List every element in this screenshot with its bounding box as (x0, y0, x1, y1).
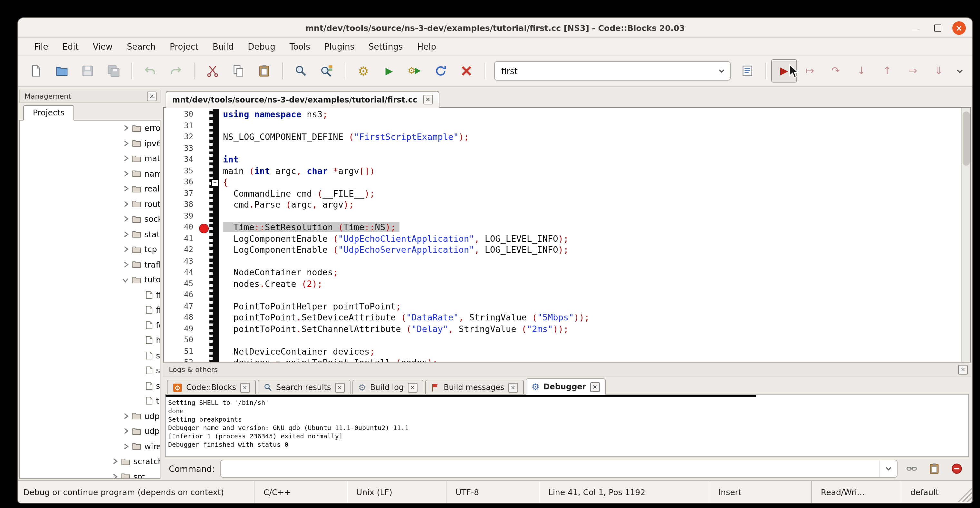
chevron-right-icon[interactable] (122, 200, 129, 208)
tree-item-ipv6[interactable]: ipv6 (20, 136, 160, 151)
tree-item-src[interactable]: src (20, 469, 160, 479)
link-icon[interactable] (903, 460, 920, 477)
tree-item-scratch[interactable]: scratch (20, 454, 160, 469)
open-files-list-button[interactable] (735, 59, 760, 83)
fold-margin[interactable] (209, 267, 219, 278)
code-text[interactable]: main (int argc, char *argv[]) (219, 166, 375, 177)
code-text[interactable]: nodes.Create (2); (219, 278, 323, 290)
line-number[interactable]: 41 (164, 233, 198, 244)
code-line[interactable]: 38 cmd.Parse (argc, argv); (164, 199, 962, 210)
menu-item-help[interactable]: Help (410, 41, 443, 51)
fold-margin[interactable] (209, 334, 219, 346)
project-tree[interactable]: erroipv6matnamrealroutsockstattcptrafltu… (19, 120, 161, 479)
abort-build-button[interactable] (453, 59, 479, 83)
code-line[interactable]: 31 (164, 120, 962, 132)
fold-collapse-icon[interactable]: − (212, 179, 218, 186)
fold-margin[interactable] (209, 312, 219, 323)
build-and-run-button[interactable]: ⚙ (402, 59, 428, 83)
chevron-right-icon[interactable] (122, 261, 129, 269)
step-out-button[interactable]: ↑ (874, 59, 900, 83)
chevron-right-icon[interactable] (122, 140, 129, 147)
breakpoint-margin[interactable] (198, 120, 209, 132)
menu-item-search[interactable]: Search (120, 41, 163, 51)
line-number[interactable]: 37 (164, 188, 198, 199)
chevron-right-icon[interactable] (122, 185, 129, 193)
code-text[interactable] (219, 256, 223, 267)
debug-continue-button[interactable]: ▶ (771, 59, 797, 83)
tree-item-se[interactable]: se (20, 348, 160, 363)
code-line[interactable]: 37 CommandLine cmd (__FILE__); (164, 188, 962, 199)
line-number[interactable]: 31 (164, 120, 198, 132)
breakpoint-margin[interactable] (198, 346, 209, 357)
fold-margin[interactable] (209, 120, 219, 132)
scrollbar-thumb[interactable] (963, 111, 970, 166)
breakpoint-margin[interactable] (198, 278, 209, 290)
tab-projects[interactable]: Projects (23, 105, 75, 121)
next-line-button[interactable]: ↷ (823, 59, 849, 83)
build-button[interactable]: ⚙ (350, 59, 376, 83)
code-line[interactable]: 45 nodes.Create (2); (164, 278, 962, 290)
step-into-instruction-button[interactable]: ⇓ (926, 59, 951, 83)
chevron-right-icon[interactable] (122, 412, 129, 420)
chevron-right-icon[interactable] (122, 427, 129, 435)
chevron-right-icon[interactable] (111, 458, 119, 465)
management-close-icon[interactable]: × (147, 92, 157, 101)
editor-tab-close-icon[interactable]: × (423, 95, 433, 104)
code-line[interactable]: 39 (164, 210, 962, 222)
code-text[interactable]: pointToPoint.SetDeviceAttribute ("DataRa… (219, 312, 590, 323)
menu-item-settings[interactable]: Settings (361, 41, 410, 51)
code-text[interactable]: LogComponentEnable ("UdpEchoServerApplic… (219, 244, 569, 256)
undo-button[interactable] (137, 59, 163, 83)
command-chevron-down-icon[interactable] (880, 460, 897, 477)
menu-item-project[interactable]: Project (163, 41, 205, 51)
code-line[interactable]: 42 LogComponentEnable ("UdpEchoServerApp… (164, 244, 962, 256)
code-text[interactable]: LogComponentEnable ("UdpEchoClientApplic… (219, 233, 569, 244)
command-input[interactable] (221, 460, 880, 477)
breakpoint-margin[interactable] (198, 154, 209, 166)
breakpoint-margin[interactable] (198, 166, 209, 177)
line-number[interactable]: 43 (164, 256, 198, 267)
tree-item-fo[interactable]: fo (20, 317, 160, 333)
code-text[interactable]: NetDeviceContainer devices; (219, 346, 375, 357)
editor-vertical-scrollbar[interactable] (961, 108, 970, 361)
replace-button[interactable] (314, 59, 340, 83)
run-to-cursor-button[interactable]: ↦ (797, 59, 823, 83)
menu-item-file[interactable]: File (27, 41, 56, 51)
code-text[interactable] (219, 120, 223, 132)
chevron-right-icon[interactable] (111, 473, 119, 479)
breakpoint-margin[interactable] (198, 256, 209, 267)
toolbar-overflow-chevron-icon[interactable] (951, 67, 967, 75)
breakpoint-margin[interactable] (198, 222, 209, 233)
code-text[interactable]: PointToPointHelper pointToPoint; (219, 301, 401, 312)
titlebar[interactable]: mnt/dev/tools/source/ns-3-dev/examples/t… (18, 18, 972, 38)
code-text[interactable]: pointToPoint.SetChannelAttribute ("Delay… (219, 323, 569, 334)
code-text[interactable]: NodeContainer nodes; (219, 267, 338, 278)
fold-margin[interactable] (209, 199, 219, 210)
fold-margin[interactable] (209, 357, 219, 361)
code-text[interactable]: CommandLine cmd (__FILE__); (219, 188, 375, 199)
code-line[interactable]: 46 (164, 290, 962, 301)
breakpoint-margin[interactable] (198, 357, 209, 361)
debugger-log[interactable]: Setting SHELL to '/bin/sh'doneSetting br… (165, 394, 969, 457)
tree-item-mat[interactable]: mat (20, 151, 160, 166)
breakpoint-margin[interactable] (198, 233, 209, 244)
redo-button[interactable] (163, 59, 189, 83)
breakpoint-margin[interactable] (198, 109, 209, 120)
code-text[interactable]: NS_LOG_COMPONENT_DEFINE ("FirstScriptExa… (219, 132, 469, 143)
fold-margin[interactable] (209, 323, 219, 334)
fold-margin[interactable] (209, 256, 219, 267)
chevron-right-icon[interactable] (122, 124, 129, 132)
code-text[interactable] (219, 143, 223, 154)
fold-margin[interactable] (209, 166, 219, 177)
close-tab-icon[interactable]: × (508, 382, 518, 392)
breakpoint-margin[interactable] (198, 199, 209, 210)
chevron-right-icon[interactable] (122, 155, 129, 162)
command-combo[interactable] (220, 460, 897, 478)
cut-button[interactable] (200, 59, 226, 83)
tree-item-fif[interactable]: fif (20, 287, 160, 303)
logs-tab-code-blocks[interactable]: ⚙Code::Blocks× (167, 380, 256, 395)
logs-tab-debugger[interactable]: ⚙Debugger× (525, 378, 605, 395)
new-file-button[interactable] (23, 59, 49, 83)
line-number[interactable]: 51 (164, 346, 198, 357)
code-text[interactable] (219, 290, 223, 301)
